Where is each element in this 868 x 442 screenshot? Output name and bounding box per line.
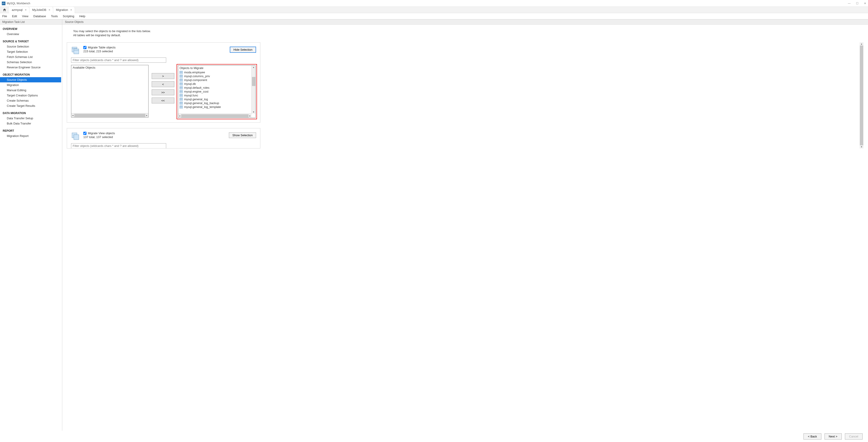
scroll-down-icon[interactable]: ▼	[253, 110, 255, 114]
sidebar-item-overview[interactable]: Overview	[3, 31, 62, 37]
svg-rect-5	[180, 71, 183, 74]
sidebar-item-migration[interactable]: Migration	[3, 83, 62, 88]
table-icon	[180, 78, 183, 82]
objects-to-migrate-list[interactable]: Objects to Migrate moda.employeemysql.co…	[178, 65, 256, 118]
list-item-label: moda.employee	[184, 71, 205, 74]
list-item[interactable]: mysql.component	[178, 78, 255, 82]
list-item[interactable]: mysql.columns_priv	[178, 74, 255, 78]
sidebar-item-migration-report[interactable]: Migration Report	[3, 133, 62, 138]
list-item-label: mysql.func	[184, 94, 198, 97]
tab-migration[interactable]: Migration ×	[53, 7, 75, 13]
sidebar-item-source-objects[interactable]: Source Objects	[0, 77, 61, 83]
scroll-up-icon[interactable]: ▲	[253, 66, 255, 69]
table-icon	[180, 90, 183, 93]
list-item[interactable]: mysql.func	[178, 93, 255, 97]
maximize-icon[interactable]: ☐	[856, 2, 859, 5]
sidebar-item-manual-editing[interactable]: Manual Editing	[3, 88, 62, 93]
sidebar-section-source-target: SOURCE & TARGET	[3, 38, 62, 44]
list-item[interactable]: mysql.default_roles	[178, 86, 255, 90]
scroll-right-icon[interactable]: ►	[249, 115, 251, 117]
svg-rect-14	[180, 83, 183, 86]
table-icon	[180, 75, 183, 78]
migrate-table-panel: Hide Selection Migrate Table objects 215…	[67, 42, 260, 123]
scrollbar-vertical[interactable]: ▲ ▼	[251, 66, 255, 114]
sidebar-item-reverse-engineer[interactable]: Reverse Engineer Source	[3, 65, 62, 70]
menu-help[interactable]: Help	[79, 14, 85, 18]
scroll-right-icon[interactable]: ►	[146, 114, 148, 117]
minimize-icon[interactable]: —	[848, 2, 850, 5]
move-right-button[interactable]: >	[152, 73, 174, 79]
sidebar-item-fetch-schemas[interactable]: Fetch Schemas List	[3, 54, 62, 60]
move-left-button[interactable]: <	[152, 81, 174, 87]
tab-label: MyJolieDB	[32, 8, 46, 11]
menu-scripting[interactable]: Scripting	[63, 14, 74, 18]
scroll-down-icon[interactable]: ▼	[861, 146, 863, 148]
hide-selection-button[interactable]: Hide Selection	[230, 46, 256, 53]
sidebar-item-source-selection[interactable]: Source Selection	[3, 44, 62, 49]
list-item[interactable]: mysql.general_log_backup	[178, 101, 255, 105]
close-icon[interactable]: ✕	[864, 2, 866, 5]
filter-input-views[interactable]	[71, 143, 166, 149]
show-selection-button[interactable]: Show Selection	[229, 132, 256, 138]
svg-rect-29	[180, 102, 183, 105]
menu-tools[interactable]: Tools	[51, 14, 58, 18]
scroll-up-icon[interactable]: ▲	[861, 43, 863, 45]
list-item[interactable]: mysql.db	[178, 82, 255, 86]
svg-rect-36	[74, 135, 79, 139]
sidebar-header-label: Migration Task List	[2, 20, 25, 24]
sidebar-item-schemas-selection[interactable]: Schemas Selection	[3, 60, 62, 65]
menu-edit[interactable]: Edit	[12, 14, 17, 18]
list-item-label: mysql.columns_priv	[184, 74, 210, 78]
svg-rect-17	[180, 86, 183, 89]
close-icon[interactable]: ×	[70, 8, 72, 11]
migrate-table-checkbox[interactable]	[83, 46, 87, 49]
sidebar-item-create-target-results[interactable]: Create Target Results	[3, 103, 62, 108]
sidebar-item-create-schemas[interactable]: Create Schemas	[3, 98, 62, 103]
panel-scrollbar-vertical[interactable]: ▲ ▼	[860, 42, 864, 149]
table-icon	[180, 94, 183, 97]
filter-input-tables[interactable]	[71, 58, 166, 63]
intro-line-2: All tables will be migrated by default.	[73, 33, 864, 37]
migrate-view-checkbox[interactable]	[83, 132, 87, 135]
menu-database[interactable]: Database	[33, 14, 46, 18]
scrollbar-horizontal[interactable]: ◄ ►	[178, 114, 251, 118]
sidebar-item-bulk-data-transfer[interactable]: Bulk Data Transfer	[3, 121, 62, 126]
move-all-left-button[interactable]: <<	[152, 98, 174, 103]
sidebar-item-target-selection[interactable]: Target Selection	[3, 49, 62, 54]
close-icon[interactable]: ×	[25, 8, 27, 11]
svg-rect-23	[180, 94, 183, 97]
migrate-table-count: 215 total, 215 selected	[83, 50, 116, 53]
scroll-left-icon[interactable]: ◄	[72, 114, 74, 117]
table-icon	[180, 83, 183, 86]
migrate-table-label: Migrate Table objects	[88, 46, 116, 49]
svg-rect-2	[74, 49, 79, 54]
title-bar: MySQL Workbench — ☐ ✕	[0, 0, 868, 7]
list-item-label: mysql.engine_cost	[184, 90, 209, 93]
migrate-view-label: Migrate View objects	[88, 131, 115, 135]
migrate-table-checkbox-row[interactable]: Migrate Table objects	[83, 46, 116, 49]
list-item[interactable]: mysql.general_log	[178, 97, 255, 101]
tab-myjoliedb[interactable]: MyJolieDB ×	[29, 7, 53, 13]
list-item[interactable]: mysql.general_log_template	[178, 105, 255, 109]
content-header-label: Source Objects	[65, 20, 84, 24]
menu-file[interactable]: File	[2, 14, 7, 18]
tab-azmysql[interactable]: azmysql ×	[9, 7, 29, 13]
home-icon[interactable]	[2, 8, 7, 12]
svg-rect-0	[2, 2, 5, 5]
close-icon[interactable]: ×	[49, 8, 50, 11]
list-item[interactable]: mysql.engine_cost	[178, 90, 255, 93]
available-objects-list[interactable]: Available Objects ◄ ►	[71, 65, 149, 118]
sidebar-item-target-creation[interactable]: Target Creation Options	[3, 93, 62, 98]
scroll-left-icon[interactable]: ◄	[179, 115, 181, 117]
migrate-view-checkbox-row[interactable]: Migrate View objects	[83, 131, 115, 135]
move-all-right-button[interactable]: >>	[152, 89, 174, 95]
sidebar-item-data-transfer-setup[interactable]: Data Transfer Setup	[3, 116, 62, 121]
table-icon	[180, 102, 183, 105]
svg-rect-20	[180, 90, 183, 93]
scrollbar-horizontal[interactable]: ◄ ►	[71, 113, 148, 117]
sidebar-section-report: REPORT	[3, 128, 62, 133]
list-item[interactable]: moda.employee	[178, 70, 255, 74]
available-objects-header: Available Objects	[71, 65, 148, 70]
menu-view[interactable]: View	[22, 14, 28, 18]
table-icon	[180, 98, 183, 101]
